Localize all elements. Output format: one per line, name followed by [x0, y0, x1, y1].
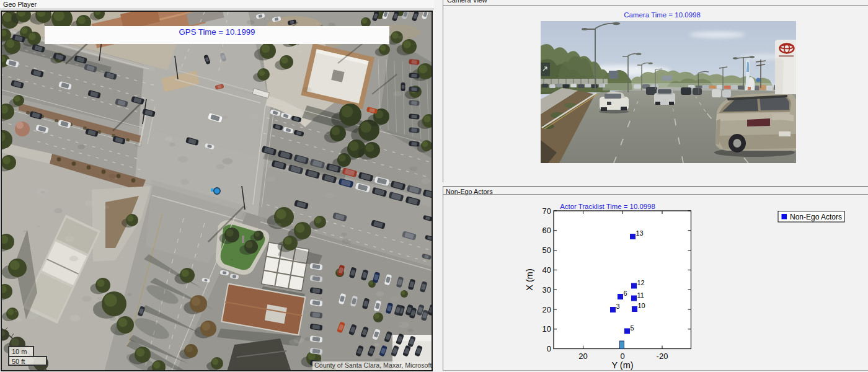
svg-text:Actor Tracklist Time = 10.0998: Actor Tracklist Time = 10.0998: [560, 203, 655, 210]
svg-text:0: 0: [547, 344, 551, 353]
svg-text:3: 3: [616, 303, 620, 310]
svg-text:-20: -20: [657, 352, 668, 361]
svg-text:50: 50: [542, 246, 551, 255]
svg-text:6: 6: [624, 290, 627, 297]
svg-text:11: 11: [637, 291, 644, 299]
svg-text:X (m): X (m): [525, 268, 534, 290]
svg-text:20: 20: [542, 305, 551, 314]
svg-text:30: 30: [542, 285, 551, 294]
svg-text:20: 20: [578, 352, 587, 361]
svg-text:12: 12: [637, 279, 645, 286]
svg-text:Y (m): Y (m): [611, 360, 633, 370]
svg-text:10: 10: [638, 302, 645, 309]
svg-text:13: 13: [636, 229, 644, 237]
svg-text:5: 5: [631, 324, 634, 332]
svg-text:0: 0: [620, 352, 624, 361]
svg-text:Non-Ego Actors: Non-Ego Actors: [790, 213, 842, 221]
svg-text:40: 40: [542, 265, 551, 275]
svg-text:60: 60: [542, 226, 551, 235]
svg-text:10: 10: [542, 324, 551, 334]
svg-text:70: 70: [542, 206, 551, 216]
